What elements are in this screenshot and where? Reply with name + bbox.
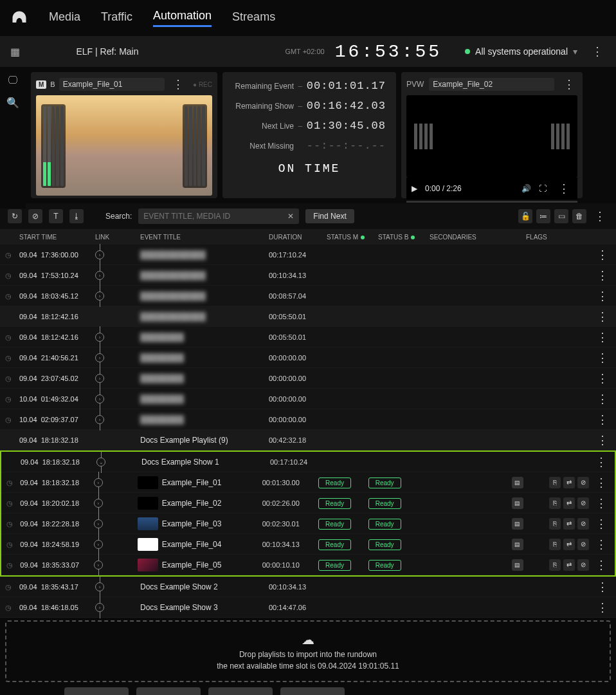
table-row[interactable]: ◷ 09.04 23:07:45.02 › ████████ 00:00:00.… (0, 368, 616, 389)
link-icon[interactable]: › (95, 292, 104, 301)
table-row[interactable]: ◷ 09.04 18:22:28.18 › Example_File_03 00… (1, 514, 615, 534)
find-next-button[interactable]: Find Next (305, 209, 354, 223)
system-status[interactable]: All systems operational ▾ (465, 46, 577, 57)
table-row[interactable]: ◷ 09.04 18:35:33.07 › Example_File_05 00… (1, 555, 615, 575)
action-copy[interactable]: ⎘ (549, 559, 561, 571)
action-swap[interactable]: ⇄ (563, 477, 575, 488)
nav-media[interactable]: Media (49, 10, 80, 26)
note-icon[interactable]: ▤ (512, 539, 523, 550)
nav-traffic[interactable]: Traffic (101, 10, 132, 26)
row-more[interactable]: ⋮ (593, 371, 611, 385)
link-icon[interactable]: › (95, 374, 104, 383)
take-next-button[interactable]: TAKE NEXT▶ (136, 687, 201, 695)
row-more[interactable]: ⋮ (592, 496, 610, 510)
row-more[interactable]: ⋮ (592, 537, 610, 551)
action-swap[interactable]: ⇄ (563, 559, 575, 571)
link-icon[interactable]: › (94, 540, 103, 549)
monitor-icon[interactable]: 🖵 (8, 75, 18, 86)
sync-button[interactable]: SYNC↻ (280, 687, 345, 695)
link-icon[interactable]: › (95, 250, 104, 259)
row-more[interactable]: ⋮ (593, 580, 611, 594)
columns-icon[interactable]: ▭ (554, 209, 568, 223)
fullscreen-icon[interactable]: ⛶ (539, 184, 547, 193)
cue-prev-button[interactable]: CUE PREVI◀ (64, 687, 129, 695)
row-more[interactable]: ⋮ (593, 289, 611, 303)
table-row[interactable]: 09.04 18:12:42.16 ████████████ 00:05:50.… (0, 306, 616, 327)
link-icon[interactable]: › (94, 478, 103, 487)
action-copy[interactable]: ⎘ (549, 497, 561, 509)
table-row[interactable]: ◷ 09.04 18:35:43.17 › Docs Example Show … (0, 577, 616, 597)
action-disable[interactable]: ⊘ (577, 518, 589, 530)
table-row[interactable]: ◷ 09.04 18:18:32.18 › Example_File_01 00… (1, 472, 615, 493)
action-disable[interactable]: ⊘ (577, 539, 589, 550)
link-icon[interactable]: ⌄ (96, 458, 105, 467)
col-start[interactable]: START TIME (19, 234, 95, 241)
table-row[interactable]: 09.04 18:18:32.18 Docs Example Playlist … (0, 430, 616, 450)
clear-search-icon[interactable]: ✕ (287, 212, 294, 221)
pvw-preview[interactable] (406, 95, 577, 178)
more-menu[interactable]: ⋮ (588, 44, 606, 59)
action-disable[interactable]: ⊘ (577, 559, 589, 571)
table-row[interactable]: ◷ 09.04 18:24:58.19 › Example_File_04 00… (1, 534, 615, 555)
col-status-b[interactable]: STATUS B (378, 234, 430, 241)
row-more[interactable]: ⋮ (593, 248, 611, 262)
action-swap[interactable]: ⇄ (563, 539, 575, 550)
table-row[interactable]: ◷ 09.04 21:40:56.21 › ████████ 00:00:00.… (0, 348, 616, 368)
note-icon[interactable]: ▤ (512, 518, 523, 530)
delete-icon[interactable]: 🗑 (572, 209, 586, 223)
note-icon[interactable]: ▤ (512, 477, 523, 488)
list-icon[interactable]: ≔ (536, 209, 550, 223)
col-status-m[interactable]: STATUS M (327, 234, 378, 241)
row-more[interactable]: ⋮ (593, 330, 611, 344)
search-icon[interactable]: 🔍 (6, 97, 19, 109)
table-row[interactable]: ◷ 09.04 18:20:02.18 › Example_File_02 00… (1, 493, 615, 514)
table-row[interactable]: ◷ 09.04 17:53:10.24 › ████████████ 00:10… (0, 265, 616, 286)
video-more[interactable]: ⋮ (554, 181, 572, 196)
link-icon[interactable]: › (94, 561, 103, 570)
toolbar-more[interactable]: ⋮ (590, 209, 608, 223)
refresh-icon[interactable]: ↻ (8, 209, 22, 223)
col-secondaries[interactable]: SECONDARIES (430, 234, 526, 241)
link-icon[interactable]: › (95, 271, 104, 280)
link-icon[interactable]: › (95, 603, 104, 612)
cue-next-button[interactable]: CUE NEXT▶I (208, 687, 273, 695)
table-row[interactable]: ◷ 10.04 02:09:37.07 › ████████ 00:00:00.… (0, 409, 616, 430)
link-icon[interactable]: › (95, 394, 104, 403)
link-icon[interactable]: › (95, 415, 104, 424)
row-more[interactable]: ⋮ (593, 433, 611, 447)
table-row[interactable]: ◷ 09.04 18:03:45.12 › ████████████ 00:08… (0, 286, 616, 306)
action-disable[interactable]: ⊘ (577, 497, 589, 509)
lock-icon[interactable]: 🔓 (518, 209, 532, 223)
nav-automation[interactable]: Automation (153, 9, 212, 27)
action-copy[interactable]: ⎘ (549, 539, 561, 550)
volume-icon[interactable]: 🔊 (521, 184, 531, 193)
table-row[interactable]: ◷ 09.04 18:12:42.16 › ████████ 00:05:50.… (0, 327, 616, 348)
col-flags[interactable]: FLAGS (526, 234, 565, 241)
pgm-more[interactable]: ⋮ (168, 77, 186, 91)
col-title[interactable]: EVENT TITLE (140, 234, 269, 241)
dropzone[interactable]: ☁ Drop playlists to import into the rund… (5, 620, 611, 682)
link-icon[interactable]: › (94, 519, 103, 528)
link-icon[interactable]: › (95, 333, 104, 342)
row-more[interactable]: ⋮ (592, 455, 610, 469)
video-progress[interactable] (406, 201, 577, 203)
note-icon[interactable]: ▤ (512, 497, 523, 509)
row-more[interactable]: ⋮ (592, 558, 610, 572)
download-icon[interactable]: ⭳ (69, 209, 84, 223)
action-copy[interactable]: ⎘ (549, 477, 561, 488)
link-icon[interactable]: › (95, 353, 104, 362)
table-row[interactable]: ◷ 09.04 17:36:00.00 › ████████████ 00:17… (0, 245, 616, 265)
row-more[interactable]: ⋮ (592, 517, 610, 531)
pgm-filename-input[interactable] (59, 78, 165, 91)
play-icon[interactable]: ▶ (412, 184, 417, 193)
row-more[interactable]: ⋮ (593, 351, 611, 365)
pgm-preview[interactable] (36, 95, 212, 196)
pvw-filename-input[interactable] (429, 78, 554, 91)
nav-streams[interactable]: Streams (232, 10, 275, 26)
action-swap[interactable]: ⇄ (563, 518, 575, 530)
col-link[interactable]: LINK (95, 234, 140, 241)
action-swap[interactable]: ⇄ (563, 497, 575, 509)
link-icon[interactable]: › (95, 582, 104, 591)
table-row[interactable]: ◷ 09.04 18:46:18.05 › Docs Example Show … (0, 597, 616, 618)
search-input[interactable] (143, 212, 287, 221)
